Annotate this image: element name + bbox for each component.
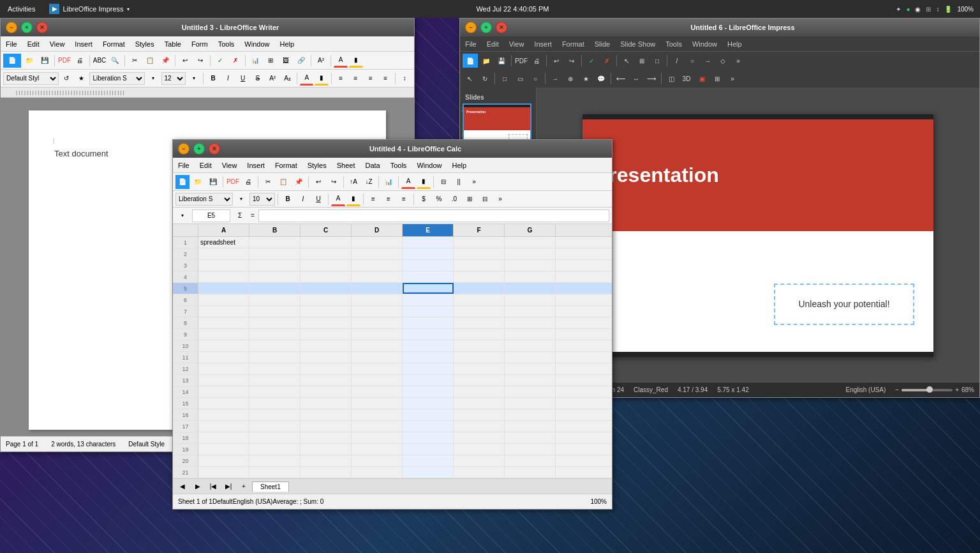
cell-d13[interactable]	[352, 375, 403, 386]
size-dropdown[interactable]: ▾	[187, 72, 200, 86]
cell-g8[interactable]	[505, 317, 556, 328]
zoom-slider[interactable]: − + 68%	[895, 386, 974, 393]
impress-rect-btn[interactable]: □	[650, 54, 664, 68]
writer-maximize-btn[interactable]: +	[21, 22, 33, 33]
impress-new-btn[interactable]: 📄	[463, 54, 478, 68]
cell-b2[interactable]	[249, 248, 301, 259]
cell-c6[interactable]	[301, 294, 352, 305]
cell-c13[interactable]	[301, 375, 352, 386]
calc-menu-edit[interactable]: Edit	[195, 158, 217, 172]
impress-rotgroup[interactable]: ↻	[478, 72, 492, 86]
cell-c10[interactable]	[301, 340, 352, 351]
calc-copy-btn[interactable]: 📋	[276, 175, 290, 189]
cell-b20[interactable]	[249, 455, 301, 466]
cell-f2[interactable]	[454, 248, 505, 259]
calc-menu-view[interactable]: View	[217, 158, 242, 172]
calc-print-btn[interactable]: 🖨	[241, 175, 255, 189]
prev-sheet-btn[interactable]: ◀	[175, 480, 189, 494]
cell-c1[interactable]	[301, 237, 352, 248]
add-sheet-btn[interactable]: +	[237, 480, 251, 494]
calc-cut-btn[interactable]: ✂	[261, 175, 275, 189]
cell-d21[interactable]	[352, 467, 403, 478]
impress-print-btn[interactable]: 🖨	[530, 54, 544, 68]
cell-g9[interactable]	[505, 329, 556, 340]
calc-align-left[interactable]: ≡	[366, 192, 380, 206]
cell-b21[interactable]	[249, 467, 301, 478]
cell-d9[interactable]	[352, 329, 403, 340]
font-size-calc[interactable]: 10	[249, 193, 275, 206]
line-spacing[interactable]: ↕	[398, 72, 412, 86]
italic-btn[interactable]: I	[221, 72, 235, 86]
calc-dec-inc[interactable]: .0	[447, 192, 461, 206]
cell-e4[interactable]	[403, 271, 454, 282]
impress-open-btn[interactable]: 📁	[479, 54, 493, 68]
cell-g19[interactable]	[505, 444, 556, 455]
impress-stars[interactable]: ★	[579, 72, 593, 86]
sheet-tab-1[interactable]: Sheet1	[252, 481, 289, 492]
writer-menu-help[interactable]: Help	[274, 36, 299, 51]
cell-a16[interactable]	[198, 409, 249, 420]
cell-b19[interactable]	[249, 444, 301, 455]
cell-d15[interactable]	[352, 398, 403, 409]
cell-g14[interactable]	[505, 386, 556, 397]
calc-menu-data[interactable]: Data	[360, 158, 385, 172]
cell-e8[interactable]	[403, 317, 454, 328]
impress-circle-btn[interactable]: ○	[685, 54, 699, 68]
undo-btn[interactable]: ↩	[178, 54, 192, 68]
pdf-btn[interactable]: PDF	[57, 54, 71, 68]
writer-menu-tools[interactable]: Tools	[213, 36, 240, 51]
cell-c14[interactable]	[301, 386, 352, 397]
main-slide[interactable]: Presentation Unleash your potential!	[583, 114, 933, 357]
cell-a1[interactable]: spreadsheet	[198, 237, 249, 248]
font-color[interactable]: A	[300, 72, 313, 86]
cell-c4[interactable]	[301, 271, 352, 282]
cell-b5[interactable]	[249, 283, 301, 294]
cell-e10[interactable]	[403, 340, 454, 351]
impress-line2[interactable]: ○	[528, 72, 542, 86]
circle-icon[interactable]: ●	[906, 6, 910, 13]
check-btn[interactable]: ✓	[213, 54, 227, 68]
cell-a12[interactable]	[198, 363, 249, 374]
print-btn[interactable]: 🖨	[73, 54, 87, 68]
cell-e19[interactable]	[403, 444, 454, 455]
zoom-plus-btn[interactable]: +	[955, 386, 959, 393]
cell-b15[interactable]	[249, 398, 301, 409]
cell-e16[interactable]	[403, 409, 454, 420]
cell-a3[interactable]	[198, 260, 249, 271]
calc-new-btn[interactable]: 📄	[175, 175, 189, 189]
cell-e11[interactable]	[403, 352, 454, 363]
cell-g20[interactable]	[505, 455, 556, 466]
open-btn[interactable]: 📁	[22, 54, 36, 68]
chrome-icon[interactable]: ◉	[915, 6, 921, 13]
cell-e9[interactable]	[403, 329, 454, 340]
cell-c7[interactable]	[301, 306, 352, 317]
cell-a21[interactable]	[198, 467, 249, 478]
impress-menu-edit[interactable]: Edit	[482, 36, 504, 51]
cell-g4[interactable]	[505, 271, 556, 282]
cell-a2[interactable]	[198, 248, 249, 259]
cell-f18[interactable]	[454, 432, 505, 443]
taskbar-app-button[interactable]: ▶ LibreOffice Impress ▾	[43, 0, 135, 18]
impress-cursor-btn[interactable]: ↖	[620, 54, 634, 68]
cell-a10[interactable]	[198, 340, 249, 351]
calc-borders[interactable]: ⊞	[463, 192, 477, 206]
impress-cursor-tool[interactable]: ↖	[463, 72, 477, 86]
cell-g6[interactable]	[505, 294, 556, 305]
cell-f14[interactable]	[454, 386, 505, 397]
cell-f17[interactable]	[454, 421, 505, 432]
calc-menu-sheet[interactable]: Sheet	[332, 158, 360, 172]
cell-f4[interactable]	[454, 271, 505, 282]
impress-check-btn[interactable]: ✓	[584, 54, 598, 68]
cell-b12[interactable]	[249, 363, 301, 374]
cell-b6[interactable]	[249, 294, 301, 305]
style-select[interactable]: Default Styl	[3, 72, 59, 85]
impress-menu-view[interactable]: View	[504, 36, 530, 51]
impress-callout[interactable]: 💬	[594, 72, 608, 86]
slide-title[interactable]: Presentation	[595, 163, 719, 187]
align-left[interactable]: ≡	[334, 72, 348, 86]
cell-f16[interactable]	[454, 409, 505, 420]
cell-e13[interactable]	[403, 375, 454, 386]
align-center[interactable]: ≡	[349, 72, 362, 86]
cell-b4[interactable]	[249, 271, 301, 282]
impress-line-btn[interactable]: /	[670, 54, 684, 68]
